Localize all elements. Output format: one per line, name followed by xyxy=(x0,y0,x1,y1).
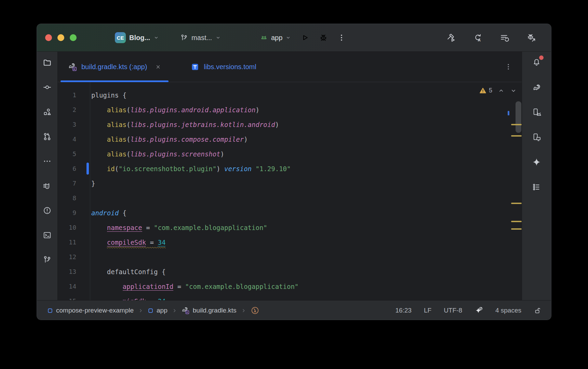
line-number: 9 xyxy=(58,209,76,216)
tool-structure-button[interactable] xyxy=(41,106,53,118)
code-text: id("io.screenshotbot.plugin") version "1… xyxy=(91,165,291,173)
code-line[interactable]: 8 xyxy=(58,191,522,205)
ide-window: CE Blog... mast... app xyxy=(37,24,551,320)
line-number: 12 xyxy=(58,253,76,260)
run-icon xyxy=(300,33,309,42)
code-editor[interactable]: 5 1plugins {2 alias(libs.plugins.android… xyxy=(58,82,522,300)
tool-logcat-button[interactable] xyxy=(41,180,53,192)
project-widget[interactable]: CE Blog... xyxy=(115,32,159,43)
chevron-right-icon xyxy=(138,308,143,313)
tool-running-devices-button[interactable] xyxy=(531,131,543,143)
more-run-actions-button[interactable] xyxy=(337,34,346,42)
project-name: Blog... xyxy=(129,34,150,42)
editor-tab-bar: build.gradle.kts (:app)libs.versions.tom… xyxy=(58,52,522,82)
code-line[interactable]: 14 applicationId = "com.example.blogappl… xyxy=(58,279,522,294)
apply-changes-button[interactable] xyxy=(473,33,483,42)
code-line[interactable]: 15 minSdk = 24 xyxy=(58,294,522,300)
code-line[interactable]: 6 id("io.screenshotbot.plugin") version … xyxy=(58,161,522,176)
tab-label: build.gradle.kts (:app) xyxy=(81,63,147,71)
code-line[interactable]: 13 defaultConfig { xyxy=(58,264,522,279)
code-line[interactable]: 12 xyxy=(58,250,522,264)
module-icon xyxy=(148,308,153,314)
line-number: 10 xyxy=(58,224,76,231)
ai-icon xyxy=(532,157,541,167)
build-button[interactable] xyxy=(446,33,456,42)
attach-debugger-button[interactable] xyxy=(526,33,536,42)
android-head-icon xyxy=(260,34,268,42)
code-text: } xyxy=(91,180,95,187)
vcs-update-icon xyxy=(43,132,52,141)
code-line[interactable]: 1plugins { xyxy=(58,88,522,102)
editor-tab[interactable]: libs.versions.toml xyxy=(183,52,264,82)
tool-git-button[interactable] xyxy=(41,254,53,266)
tool-problems-button[interactable] xyxy=(41,204,53,217)
main-area: build.gradle.kts (:app)libs.versions.tom… xyxy=(37,52,551,300)
close-tab-button[interactable] xyxy=(155,64,161,70)
warning-icon xyxy=(479,87,486,94)
tool-vcs-update-button[interactable] xyxy=(41,130,53,143)
code-line[interactable]: 11 compileSdk = 34 xyxy=(58,235,522,250)
scrollbar-warning-mark[interactable] xyxy=(511,135,522,137)
encoding-widget[interactable]: UTF-8 xyxy=(444,307,462,314)
previous-problem-button[interactable] xyxy=(498,87,505,94)
code-line[interactable]: 3 alias(libs.plugins.jetbrains.kotlin.an… xyxy=(58,117,522,132)
line-number: 3 xyxy=(58,121,76,128)
code-line[interactable]: 7} xyxy=(58,176,522,191)
line-number: 13 xyxy=(58,268,76,275)
next-problem-button[interactable] xyxy=(510,87,517,94)
scrollbar-warning-mark[interactable] xyxy=(511,203,522,204)
gradle-sync-button[interactable] xyxy=(500,33,509,42)
breadcrumb-item[interactable]: app xyxy=(148,307,168,314)
git-icon xyxy=(43,255,52,264)
kotlin-lambda-widget[interactable] xyxy=(251,306,259,315)
scrollbar-thumb[interactable] xyxy=(516,101,521,133)
ai-assistant-status-button[interactable] xyxy=(475,306,483,315)
scrollbar-change-mark[interactable] xyxy=(508,111,509,115)
gradle-file-icon xyxy=(182,306,190,315)
scrollbar-warning-mark[interactable] xyxy=(511,124,522,125)
warning-count: 5 xyxy=(489,87,492,94)
code-line[interactable]: 2 alias(libs.plugins.android.application… xyxy=(58,102,522,117)
file-lock-button[interactable] xyxy=(534,307,542,315)
close-window-button[interactable] xyxy=(45,34,52,41)
indent-widget[interactable]: 4 spaces xyxy=(495,307,521,314)
cursor-position-widget[interactable]: 16:23 xyxy=(395,307,412,314)
minimize-window-button[interactable] xyxy=(57,34,64,41)
list-icon xyxy=(532,182,541,192)
tool-terminal-button[interactable] xyxy=(41,229,53,241)
title-bar: CE Blog... mast... app xyxy=(37,24,551,52)
structure-icon xyxy=(43,107,52,116)
tool-commit-button[interactable] xyxy=(41,81,53,93)
scrollbar-warning-mark[interactable] xyxy=(511,221,522,222)
tool-list-button[interactable] xyxy=(531,181,543,193)
tool-bell-button[interactable] xyxy=(531,56,543,68)
vcs-branch-widget[interactable]: mast... xyxy=(180,34,221,42)
inspection-widget: 5 xyxy=(479,87,517,94)
line-separator-widget[interactable]: LF xyxy=(424,307,431,314)
code-line[interactable]: 10 namespace = "com.example.blogapplicat… xyxy=(58,220,522,235)
code-line[interactable]: 5 alias(libs.plugins.screenshot) xyxy=(58,147,522,161)
breadcrumb-item[interactable]: compose-preview-example xyxy=(47,307,134,314)
code-line[interactable]: 9android { xyxy=(58,205,522,220)
scrollbar-warning-mark[interactable] xyxy=(511,228,522,230)
code-text: alias(libs.plugins.compose.compiler) xyxy=(91,136,248,143)
breadcrumb-item[interactable]: build.gradle.kts xyxy=(182,306,237,315)
breadcrumb-label: compose-preview-example xyxy=(56,307,134,314)
gradle-icon xyxy=(532,82,541,92)
code-line[interactable]: 4 alias(libs.plugins.compose.compiler) xyxy=(58,132,522,147)
run-configuration-selector[interactable]: app xyxy=(260,34,291,42)
zoom-window-button[interactable] xyxy=(70,34,77,41)
line-number: 14 xyxy=(58,283,76,290)
tool-device-manager-button[interactable] xyxy=(531,106,543,118)
tool-ai-button[interactable] xyxy=(531,156,543,168)
warning-count-chip[interactable]: 5 xyxy=(479,87,492,94)
tool-folder-button[interactable] xyxy=(41,56,53,69)
tab-options-button[interactable] xyxy=(505,63,512,71)
run-button[interactable] xyxy=(300,33,309,42)
git-branch-icon xyxy=(180,34,188,42)
tool-more-button[interactable] xyxy=(41,155,53,167)
editor-tab[interactable]: build.gradle.kts (:app) xyxy=(61,52,169,82)
debug-button[interactable] xyxy=(319,33,328,42)
breadcrumb-separator xyxy=(241,308,246,313)
tool-gradle-button[interactable] xyxy=(531,81,543,93)
